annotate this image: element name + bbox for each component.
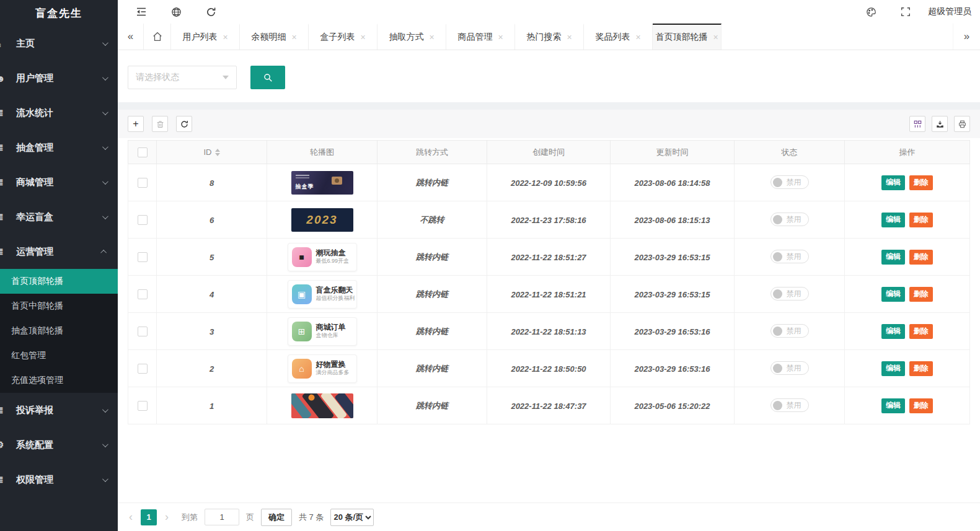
- status-toggle[interactable]: 禁用: [770, 175, 809, 189]
- row-checkbox[interactable]: [138, 289, 148, 299]
- edit-button[interactable]: 编辑: [881, 213, 905, 227]
- status-toggle[interactable]: 禁用: [770, 250, 809, 263]
- toggle-knob: [773, 178, 782, 187]
- refresh-icon[interactable]: [193, 0, 228, 24]
- page-size-select[interactable]: 20 条/页: [330, 509, 374, 526]
- delete-button[interactable]: 删除: [909, 250, 933, 265]
- close-icon[interactable]: ×: [713, 32, 718, 42]
- fullscreen-icon[interactable]: [888, 0, 923, 24]
- sidebar-menu-item[interactable]: ☻ 用户管理: [0, 61, 118, 95]
- delete-selected-icon[interactable]: [152, 116, 168, 132]
- tabs-more-icon[interactable]: »: [953, 24, 980, 50]
- sidebar-menu-item[interactable]: ⚙ 系统配置: [0, 428, 118, 462]
- banner-card: ⌂好物置换满分商品多多: [288, 354, 357, 383]
- edit-button[interactable]: 编辑: [881, 250, 905, 265]
- tab[interactable]: 奖品列表 ×: [584, 24, 653, 50]
- search-button[interactable]: [250, 66, 285, 89]
- tab-label: 首页顶部轮播: [655, 32, 707, 43]
- status-toggle[interactable]: 禁用: [770, 213, 809, 226]
- current-user[interactable]: 超级管理员: [923, 6, 980, 17]
- confirm-page-button[interactable]: 确定: [261, 509, 292, 526]
- edit-button[interactable]: 编辑: [881, 287, 905, 302]
- row-checkbox[interactable]: [138, 364, 148, 374]
- close-icon[interactable]: ×: [360, 32, 365, 42]
- close-icon[interactable]: ×: [567, 32, 572, 42]
- tab[interactable]: 抽取方式 ×: [377, 24, 446, 50]
- goto-page-input[interactable]: [205, 509, 239, 525]
- next-page-icon[interactable]: ›: [164, 511, 170, 524]
- delete-button[interactable]: 删除: [909, 361, 933, 376]
- row-checkbox[interactable]: [138, 178, 148, 188]
- select-all-checkbox[interactable]: [138, 147, 148, 157]
- collapse-sidebar-icon[interactable]: [124, 0, 159, 24]
- edit-button[interactable]: 编辑: [881, 361, 905, 376]
- sidebar-menu-item[interactable]: ≣ 商城管理: [0, 165, 118, 200]
- tabs-scroll-left-icon[interactable]: «: [118, 24, 144, 50]
- delete-button[interactable]: 删除: [909, 175, 933, 190]
- tab[interactable]: 商品管理 ×: [446, 24, 515, 50]
- tab-home[interactable]: [144, 24, 171, 50]
- status-select[interactable]: 请选择状态: [128, 66, 237, 89]
- theme-palette-icon[interactable]: [854, 0, 888, 24]
- sidebar-submenu-label: 抽盒顶部轮播: [11, 325, 63, 336]
- sidebar-submenu-item[interactable]: 充值选项管理: [0, 368, 118, 393]
- page-number-current[interactable]: 1: [141, 509, 157, 525]
- close-icon[interactable]: ×: [498, 32, 503, 42]
- sidebar-menu-item[interactable]: ≣ 幸运盲盒: [0, 200, 118, 234]
- tab[interactable]: 用户列表 ×: [171, 24, 240, 50]
- add-button[interactable]: +: [128, 116, 144, 132]
- row-updated-time: 2023-03-29 16:53:16: [634, 364, 710, 374]
- close-icon[interactable]: ×: [291, 32, 296, 42]
- print-icon[interactable]: [954, 116, 970, 132]
- table-container: ID 轮播图 跳转方式 创建时间 更新时间 状态 操作: [118, 138, 980, 424]
- status-toggle[interactable]: 禁用: [770, 287, 809, 301]
- tab[interactable]: 首页顶部轮播 ×: [653, 24, 722, 50]
- sidebar-menu-item[interactable]: ≣ 运营管理: [0, 234, 118, 269]
- refresh-table-icon[interactable]: [176, 116, 192, 132]
- row-checkbox[interactable]: [138, 401, 148, 411]
- edit-button[interactable]: 编辑: [881, 324, 905, 339]
- edit-button[interactable]: 编辑: [881, 175, 905, 190]
- tab[interactable]: 盒子列表 ×: [309, 24, 377, 50]
- sidebar-submenu-item[interactable]: 首页顶部轮播: [0, 269, 118, 294]
- delete-button[interactable]: 删除: [909, 213, 933, 227]
- sidebar-menu-item[interactable]: ≣ 流水统计: [0, 95, 118, 130]
- status-label: 禁用: [787, 177, 801, 188]
- status-select-placeholder: 请选择状态: [136, 72, 179, 83]
- chevron-down-icon: [102, 406, 108, 413]
- status-label: 禁用: [787, 252, 801, 262]
- sidebar-submenu-item[interactable]: 抽盒顶部轮播: [0, 318, 118, 343]
- row-checkbox[interactable]: [138, 252, 148, 262]
- sidebar-menu-item[interactable]: ≣ 抽盒管理: [0, 130, 118, 165]
- section-divider: [118, 102, 980, 110]
- status-toggle[interactable]: 禁用: [770, 361, 809, 375]
- prev-page-icon[interactable]: ‹: [128, 511, 134, 524]
- delete-button[interactable]: 删除: [909, 324, 933, 339]
- sidebar-menu-item[interactable]: ≣ 投诉举报: [0, 393, 118, 428]
- sidebar-submenu-item[interactable]: 首页中部轮播: [0, 294, 118, 318]
- tab-label: 奖品列表: [595, 32, 630, 43]
- tabbar: « 用户列表 × 余额明细 × 盒子列表 × 抽取方式 × 商品管理 × 热门搜…: [118, 24, 980, 50]
- close-icon[interactable]: ×: [635, 32, 640, 42]
- status-toggle[interactable]: 禁用: [770, 324, 809, 338]
- close-icon[interactable]: ×: [429, 32, 434, 42]
- row-checkbox[interactable]: [138, 327, 148, 336]
- close-icon[interactable]: ×: [223, 32, 227, 42]
- content-spacer: [118, 424, 980, 502]
- tab[interactable]: 热门搜索 ×: [515, 24, 584, 50]
- sidebar-menu-item[interactable]: ≣ 权限管理: [0, 462, 118, 497]
- sidebar-menu-item[interactable]: ⌂ 主页: [0, 26, 118, 61]
- delete-button[interactable]: 删除: [909, 398, 933, 413]
- sidebar-submenu-item[interactable]: 红包管理: [0, 343, 118, 368]
- banner-card: ■潮玩抽盒最低6.99开盒: [288, 243, 357, 271]
- sort-icon[interactable]: [215, 149, 220, 156]
- tab[interactable]: 余额明细 ×: [240, 24, 309, 50]
- edit-button[interactable]: 编辑: [881, 398, 905, 413]
- delete-button[interactable]: 删除: [909, 287, 933, 302]
- toggle-knob: [773, 289, 782, 299]
- status-toggle[interactable]: 禁用: [770, 398, 809, 412]
- export-icon[interactable]: [932, 116, 948, 132]
- columns-filter-icon[interactable]: [909, 116, 925, 132]
- language-globe-icon[interactable]: [159, 0, 193, 24]
- row-checkbox[interactable]: [138, 215, 148, 225]
